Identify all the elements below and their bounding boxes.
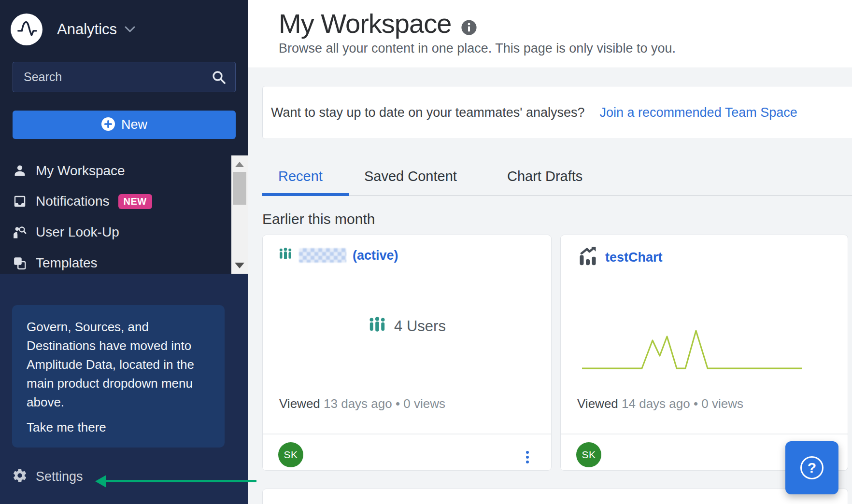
redacted-card-name: [299, 248, 346, 263]
card-title-text: testChart: [605, 250, 663, 265]
main-content: My Workspace Browse all your content in …: [248, 0, 852, 504]
inbox-icon: [12, 194, 28, 209]
scrollbar-thumb[interactable]: [233, 172, 246, 205]
migration-notice: Govern, Sources, and Destinations have m…: [12, 305, 225, 448]
amplitude-workspace-page: Analytics New My Workspace: [0, 0, 852, 504]
new-button-label: New: [121, 117, 147, 132]
chart-icon: [578, 247, 597, 268]
scroll-down-arrow-icon[interactable]: [235, 263, 244, 268]
user-search-icon: [12, 225, 28, 239]
amplitude-logo-icon: [11, 14, 43, 45]
content-card-cohort[interactable]: (active) 4 Users Viewed 13 days ago • 0 …: [262, 235, 552, 471]
search-input[interactable]: [13, 62, 235, 92]
tab-saved-content[interactable]: Saved Content: [364, 168, 457, 184]
viewed-info: Viewed 13 days ago • 0 views: [279, 396, 445, 411]
chart-preview-sparkline: [561, 235, 849, 471]
person-icon: [12, 164, 28, 178]
avatar[interactable]: SK: [576, 442, 601, 467]
sidebar-item-settings[interactable]: Settings: [12, 466, 83, 487]
new-button[interactable]: New: [13, 111, 236, 139]
sidebar-item-templates[interactable]: Templates: [0, 250, 231, 277]
chevron-down-icon: [125, 26, 135, 35]
tabs-divider: [262, 195, 852, 196]
templates-icon: [12, 256, 28, 270]
page-title: My Workspace: [279, 5, 477, 42]
card-title-link[interactable]: (active): [278, 247, 398, 264]
sidebar-item-label: Templates: [36, 255, 98, 271]
sparkline-path: [582, 331, 802, 368]
viewed-info: Viewed 14 days ago • 0 views: [577, 396, 743, 411]
product-name: Analytics: [57, 21, 117, 38]
page-header: My Workspace Browse all your content in …: [248, 0, 852, 68]
card-title-link[interactable]: testChart: [578, 247, 663, 268]
sidebar: Analytics New My Workspace: [0, 0, 248, 504]
tab-recent[interactable]: Recent: [278, 168, 323, 184]
avatar[interactable]: SK: [278, 442, 303, 467]
team-space-banner: Want to stay up to date on your teammate…: [262, 86, 852, 139]
viewed-label: Viewed: [279, 396, 320, 411]
active-tab-underline: [262, 193, 349, 196]
sidebar-item-notifications[interactable]: Notifications NEW: [0, 188, 231, 215]
card-footer-divider: [561, 434, 848, 434]
scroll-up-arrow-icon[interactable]: [235, 162, 244, 167]
info-icon[interactable]: [461, 11, 477, 42]
viewed-meta: 13 days ago • 0 views: [324, 396, 445, 411]
next-row-card-peek[interactable]: [262, 489, 848, 504]
cohort-summary: 4 Users: [263, 315, 551, 337]
sidebar-item-label: My Workspace: [36, 163, 125, 179]
settings-label: Settings: [36, 469, 83, 484]
tab-chart-drafts[interactable]: Chart Drafts: [507, 168, 582, 184]
gear-icon: [12, 468, 28, 485]
kebab-menu-icon[interactable]: [523, 448, 532, 466]
content-card-testchart[interactable]: testChart Viewed 14 days ago • 0 views S…: [560, 235, 848, 471]
page-title-text: My Workspace: [279, 8, 451, 39]
sidebar-search: [13, 62, 236, 92]
sidebar-item-label: User Look-Up: [36, 224, 119, 240]
plus-circle-icon: [101, 117, 115, 133]
question-mark-icon: ?: [800, 456, 824, 479]
sidebar-item-my-workspace[interactable]: My Workspace: [0, 157, 231, 184]
product-switcher[interactable]: Analytics: [11, 14, 135, 45]
take-me-there-link[interactable]: Take me there: [27, 420, 210, 435]
sidebar-item-user-look-up[interactable]: User Look-Up: [0, 219, 231, 246]
card-footer-divider: [263, 434, 551, 434]
cohort-user-count: 4 Users: [394, 318, 446, 335]
page-subtitle: Browse all your content in one place. Th…: [279, 41, 676, 56]
card-title-suffix: (active): [353, 248, 398, 263]
banner-question: Want to stay up to date on your teammate…: [271, 105, 585, 120]
sidebar-scrollbar[interactable]: [231, 155, 248, 274]
join-team-space-link[interactable]: Join a recommended Team Space: [600, 105, 797, 120]
viewed-label: Viewed: [577, 396, 618, 411]
viewed-meta: 14 days ago • 0 views: [622, 396, 743, 411]
notice-text: Govern, Sources, and Destinations have m…: [27, 318, 210, 412]
sidebar-item-label: Notifications: [36, 194, 110, 209]
help-button[interactable]: ?: [785, 441, 838, 494]
new-badge: NEW: [118, 194, 152, 209]
people-icon: [368, 315, 386, 337]
people-icon: [278, 247, 293, 264]
search-icon: [211, 70, 227, 87]
section-heading: Earlier this month: [262, 211, 375, 227]
